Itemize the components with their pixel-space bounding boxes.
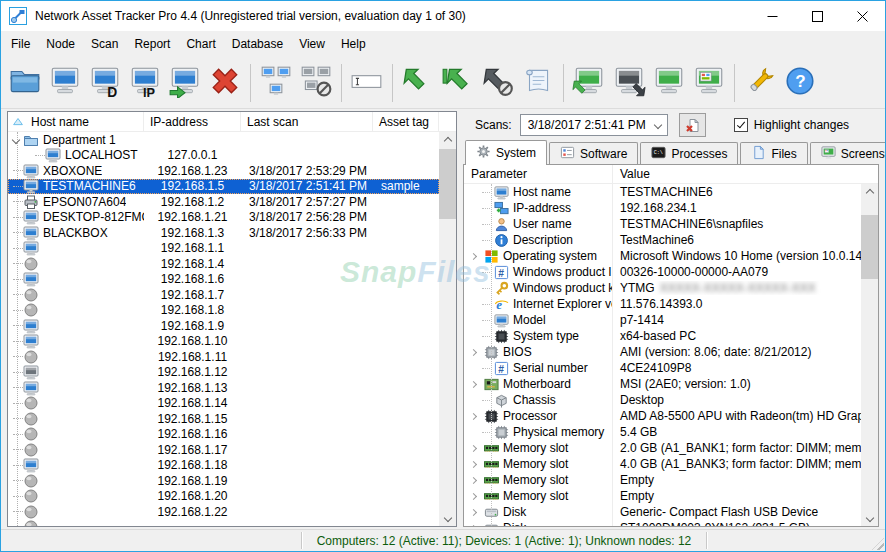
scroll-thumb[interactable] — [861, 215, 878, 279]
add-computers-by-ip-button[interactable]: IP — [125, 60, 165, 106]
add-computers-from-domain-button[interactable]: D — [85, 60, 125, 106]
expand-icon[interactable] — [466, 254, 480, 259]
detail-row[interactable]: System typex64-based PC — [464, 328, 861, 344]
scroll-up-icon[interactable] — [439, 132, 456, 149]
tree-row[interactable]: 192.168.1.1 — [8, 241, 439, 257]
tree-row[interactable]: 192.168.1.16 — [8, 427, 439, 443]
options-button[interactable] — [740, 60, 780, 106]
tree-row-localhost[interactable]: LOCALHOST127.0.0.1 — [8, 148, 439, 164]
tree-row-testmachine6[interactable]: TESTMACHINE6192.168.1.53/18/2017 2:51:41… — [8, 179, 439, 195]
expand-icon[interactable] — [466, 462, 480, 467]
detail-row[interactable]: Memory slotEmpty — [464, 488, 861, 504]
tree-row[interactable]: 192.168.1.18 — [8, 458, 439, 474]
expand-icon[interactable] — [466, 382, 480, 387]
menu-chart[interactable]: Chart — [178, 33, 223, 55]
detail-row[interactable]: Windows product keyYTMGXXXXX-XXXXX-XXXXX… — [464, 280, 861, 296]
checkbox-checked-icon[interactable] — [734, 118, 748, 132]
stop-rescan-button[interactable] — [478, 60, 518, 106]
column-header-host-name[interactable]: Host name — [8, 112, 144, 131]
detail-row[interactable]: Host nameTESTMACHINE6 — [464, 184, 861, 200]
detail-row[interactable]: DiskST1000DM003-9YN162 (931.5 GB) — [464, 520, 861, 526]
detail-row[interactable]: #Windows product ID00326-10000-00000-AA0… — [464, 264, 861, 280]
tree-row[interactable]: 192.168.1.13 — [8, 380, 439, 396]
detail-row[interactable]: MotherboardMSI (2AE0; version: 1.0) — [464, 376, 861, 392]
tab-system[interactable]: System — [465, 140, 547, 165]
detail-row[interactable]: DiskGeneric- Compact Flash USB Device — [464, 504, 861, 520]
detail-row[interactable]: #Serial number4CE24109P8 — [464, 360, 861, 376]
tab-processes[interactable]: C:\Processes — [640, 142, 738, 164]
expand-icon[interactable] — [466, 526, 480, 527]
menu-view[interactable]: View — [291, 33, 333, 55]
detail-row[interactable]: IP-address192.168.234.1 — [464, 200, 861, 216]
scan-select[interactable]: 3/18/2017 2:51:41 PM — [520, 114, 668, 136]
maximize-button[interactable] — [795, 1, 840, 31]
scan-network-disabled-button[interactable] — [296, 60, 336, 106]
node-list-scrollbar[interactable] — [439, 132, 456, 526]
detail-row[interactable]: Memory slot4.0 GB (A1_BANK3; form factor… — [464, 456, 861, 472]
tree-row-epson07a604[interactable]: EPSON07A604192.168.1.23/18/2017 2:57:27 … — [8, 194, 439, 210]
column-header-ip-address[interactable]: IP-address — [144, 112, 241, 131]
import-computers-button[interactable] — [165, 60, 205, 106]
menu-help[interactable]: Help — [333, 33, 374, 55]
delete-scan-button[interactable] — [679, 113, 706, 137]
value-column-header[interactable]: Value — [613, 167, 878, 181]
tree-row[interactable]: 192.168.1.6 — [8, 272, 439, 288]
tree-row[interactable]: 192.168.1.12 — [8, 365, 439, 381]
expand-icon[interactable] — [466, 414, 480, 419]
poll-computer-button[interactable] — [569, 60, 609, 106]
detail-row[interactable]: ProcessorAMD A8-5500 APU with Radeon(tm)… — [464, 408, 861, 424]
close-button[interactable] — [840, 1, 885, 31]
generate-report-button[interactable] — [518, 60, 558, 106]
tree-row[interactable]: 192.168.1.17 — [8, 442, 439, 458]
scroll-down-icon[interactable] — [861, 509, 878, 526]
expand-icon[interactable] — [466, 350, 480, 355]
detail-row[interactable]: Memory slot2.0 GB (A1_BANK1; form factor… — [464, 440, 861, 456]
detail-row[interactable]: Operating systemMicrosoft Windows 10 Hom… — [464, 248, 861, 264]
detail-row[interactable]: DescriptionTestMachine6 — [464, 232, 861, 248]
rescan-all-nodes-button[interactable] — [438, 60, 478, 106]
tree-row[interactable]: 192.168.1.14 — [8, 396, 439, 412]
tree-row[interactable]: 192.168.1.9 — [8, 318, 439, 334]
shutdown-computer-button[interactable] — [609, 60, 649, 106]
tree-row[interactable]: 192.168.1.7 — [8, 287, 439, 303]
minimize-button[interactable] — [750, 1, 795, 31]
detail-row[interactable]: ChassisDesktop — [464, 392, 861, 408]
menu-report[interactable]: Report — [126, 33, 178, 55]
menu-database[interactable]: Database — [224, 33, 291, 55]
expand-collapse-icon[interactable] — [9, 137, 23, 143]
menu-scan[interactable]: Scan — [83, 33, 126, 55]
scroll-down-icon[interactable] — [439, 509, 456, 526]
help-button[interactable]: ? — [780, 60, 820, 106]
tree-row[interactable]: 192.168.1.15 — [8, 411, 439, 427]
add-computer-button[interactable] — [45, 60, 85, 106]
tree-row-desktop-812fmc[interactable]: DESKTOP-812FMC192.168.1.213/18/2017 2:56… — [8, 210, 439, 226]
tree-row-department 1[interactable]: Department 1 — [8, 132, 439, 148]
scroll-up-icon[interactable] — [861, 184, 878, 201]
tree-row[interactable]: 192.168.1.22 — [8, 504, 439, 520]
tab-screenshot[interactable]: Screenshot — [810, 142, 886, 164]
expand-icon[interactable] — [466, 478, 480, 483]
tree-row[interactable]: 192.168.1.10 — [8, 334, 439, 350]
detail-row[interactable]: eInternet Explorer version11.576.14393.0 — [464, 296, 861, 312]
tree-row-blackbox[interactable]: BLACKBOX192.168.1.33/18/2017 2:56:33 PM — [8, 225, 439, 241]
parameter-column-header[interactable]: Parameter — [464, 165, 613, 183]
tree-row[interactable]: 192.168.1.4 — [8, 256, 439, 272]
view-computer-info-button[interactable] — [649, 60, 689, 106]
detail-row[interactable]: Memory slotEmpty — [464, 472, 861, 488]
rescan-node-button[interactable] — [398, 60, 438, 106]
column-header-last-scan[interactable]: Last scan — [241, 112, 373, 131]
delete-node-button[interactable] — [205, 60, 245, 106]
detail-row[interactable]: BIOSAMI (version: 8.06; date: 8/21/2012) — [464, 344, 861, 360]
scan-network-button[interactable] — [256, 60, 296, 106]
find-node-button[interactable] — [347, 60, 387, 106]
expand-icon[interactable] — [466, 494, 480, 499]
menu-node[interactable]: Node — [38, 33, 83, 55]
detail-scrollbar[interactable] — [861, 184, 878, 526]
tree-row-xboxone[interactable]: XBOXONE192.168.1.233/18/2017 2:53:29 PM — [8, 163, 439, 179]
detail-row[interactable]: Modelp7-1414 — [464, 312, 861, 328]
tab-software[interactable]: Software — [549, 142, 638, 164]
tree-row[interactable]: 192.168.1.20 — [8, 489, 439, 505]
expand-icon[interactable] — [466, 446, 480, 451]
tree-row[interactable] — [8, 520, 439, 527]
get-screenshot-button[interactable] — [689, 60, 729, 106]
